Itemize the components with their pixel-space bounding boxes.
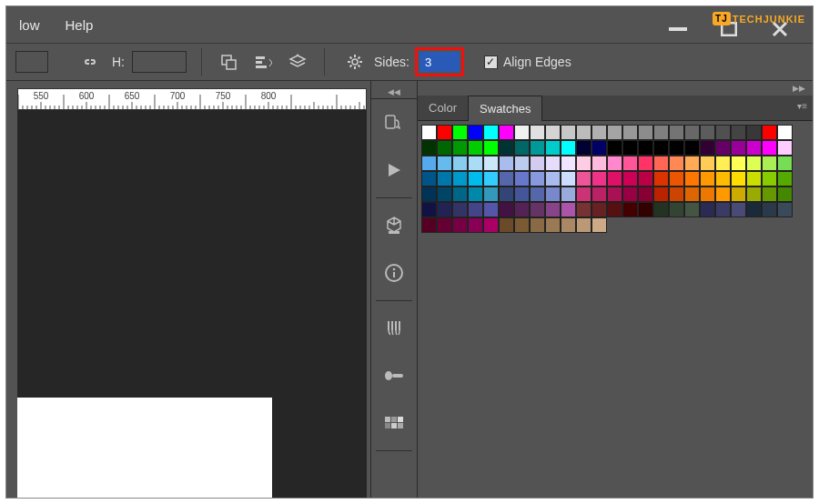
render-3d-icon[interactable]	[376, 207, 412, 244]
swatch[interactable]	[530, 125, 545, 140]
swatch[interactable]	[638, 171, 653, 186]
swatch[interactable]	[669, 186, 684, 202]
swatch[interactable]	[622, 140, 638, 156]
swatch[interactable]	[514, 217, 530, 233]
info-icon[interactable]	[376, 255, 412, 291]
swatch[interactable]	[483, 217, 499, 233]
swatch[interactable]	[468, 217, 483, 233]
swatch[interactable]	[437, 171, 452, 186]
expand-arrows-icon[interactable]: ▶▶	[418, 81, 813, 96]
swatch[interactable]	[530, 140, 545, 156]
color-samples-icon[interactable]	[376, 405, 412, 441]
swatch[interactable]	[715, 202, 731, 217]
collapse-arrows-icon[interactable]: ◀◀	[371, 85, 417, 99]
swatch[interactable]	[653, 140, 669, 156]
swatch[interactable]	[731, 171, 746, 186]
swatch[interactable]	[483, 140, 499, 156]
swatch[interactable]	[622, 186, 638, 202]
swatch[interactable]	[468, 171, 483, 186]
swatch[interactable]	[777, 125, 793, 140]
swatch[interactable]	[545, 217, 561, 233]
horizontal-ruler[interactable]: 550600650700750800	[17, 88, 367, 110]
swatch[interactable]	[530, 202, 545, 217]
sides-input[interactable]	[420, 52, 460, 72]
swatch[interactable]	[746, 171, 762, 186]
swatch[interactable]	[421, 156, 437, 171]
swatch[interactable]	[653, 171, 669, 186]
swatch[interactable]	[483, 156, 499, 171]
swatch[interactable]	[514, 202, 530, 217]
swatch[interactable]	[731, 186, 746, 202]
swatch[interactable]	[421, 125, 437, 140]
swatch[interactable]	[622, 171, 638, 186]
tab-swatches[interactable]: Swatches	[468, 96, 542, 121]
swatch[interactable]	[731, 125, 746, 140]
swatch[interactable]	[762, 171, 777, 186]
history-icon[interactable]	[376, 105, 412, 141]
align-edges-checkbox[interactable]: ✓	[484, 55, 498, 69]
swatch[interactable]	[762, 156, 777, 171]
swatch[interactable]	[530, 156, 545, 171]
swatch[interactable]	[638, 140, 653, 156]
swatch[interactable]	[483, 202, 499, 217]
swatch[interactable]	[483, 171, 499, 186]
swatch[interactable]	[622, 202, 638, 217]
swatch[interactable]	[483, 186, 499, 202]
document-canvas[interactable]	[17, 398, 272, 498]
swatch[interactable]	[561, 140, 576, 156]
swatch[interactable]	[576, 125, 592, 140]
swatch[interactable]	[715, 125, 731, 140]
swatch[interactable]	[530, 171, 545, 186]
swatch[interactable]	[514, 186, 530, 202]
swatch[interactable]	[514, 125, 530, 140]
option-box[interactable]	[15, 51, 48, 73]
swatch[interactable]	[684, 156, 700, 171]
swatch[interactable]	[545, 125, 561, 140]
actions-play-icon[interactable]	[376, 152, 412, 188]
swatch[interactable]	[777, 202, 793, 217]
swatch[interactable]	[653, 156, 669, 171]
swatch[interactable]	[421, 186, 437, 202]
swatch[interactable]	[437, 140, 452, 156]
swatch[interactable]	[561, 186, 576, 202]
swatch[interactable]	[684, 125, 700, 140]
panel-menu-icon[interactable]: ▾≡	[797, 101, 807, 111]
swatch[interactable]	[700, 156, 715, 171]
swatch[interactable]	[715, 186, 731, 202]
swatch[interactable]	[421, 202, 437, 217]
swatch[interactable]	[700, 125, 715, 140]
swatch[interactable]	[530, 217, 545, 233]
swatch[interactable]	[762, 140, 777, 156]
swatch[interactable]	[452, 217, 468, 233]
swatch[interactable]	[452, 171, 468, 186]
swatch[interactable]	[669, 140, 684, 156]
swatch[interactable]	[576, 217, 592, 233]
swatch[interactable]	[746, 186, 762, 202]
swatch[interactable]	[653, 125, 669, 140]
anti-alias-icon[interactable]	[217, 50, 240, 74]
swatch[interactable]	[762, 202, 777, 217]
swatch[interactable]	[731, 140, 746, 156]
swatch[interactable]	[622, 125, 638, 140]
swatch[interactable]	[700, 186, 715, 202]
swatch[interactable]	[499, 140, 514, 156]
swatch[interactable]	[731, 202, 746, 217]
swatch[interactable]	[607, 186, 622, 202]
tab-color[interactable]: Color	[418, 96, 468, 120]
minimize-icon[interactable]	[662, 19, 694, 39]
swatch[interactable]	[684, 171, 700, 186]
swatch[interactable]	[499, 125, 514, 140]
swatch[interactable]	[514, 140, 530, 156]
swatch[interactable]	[561, 202, 576, 217]
swatch[interactable]	[715, 140, 731, 156]
swatch[interactable]	[669, 202, 684, 217]
swatch[interactable]	[638, 186, 653, 202]
swatch[interactable]	[561, 156, 576, 171]
swatch[interactable]	[700, 140, 715, 156]
swatch[interactable]	[669, 125, 684, 140]
swatch[interactable]	[607, 202, 622, 217]
swatch[interactable]	[592, 202, 607, 217]
link-icon[interactable]	[81, 55, 99, 68]
stack-arrange-icon[interactable]	[286, 50, 309, 74]
swatch[interactable]	[437, 125, 452, 140]
